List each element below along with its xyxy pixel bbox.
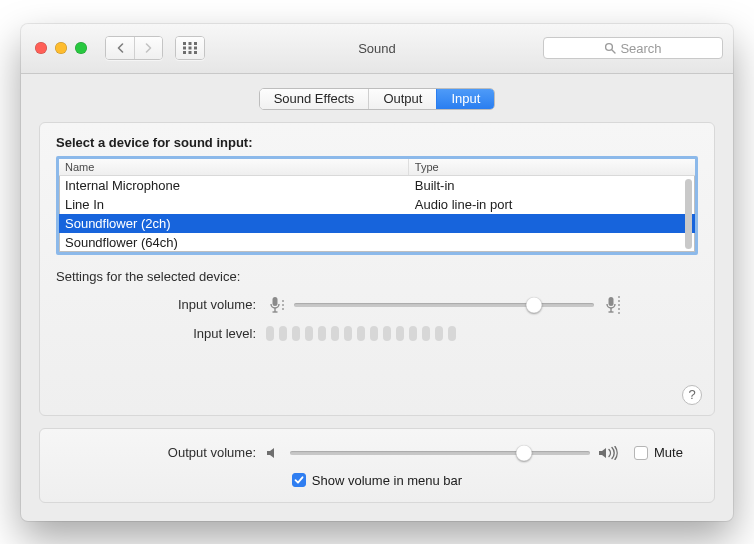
output-volume-slider[interactable] bbox=[290, 443, 590, 463]
speaker-high-icon bbox=[598, 446, 620, 460]
input-volume-slider[interactable] bbox=[294, 295, 594, 315]
input-volume-label: Input volume: bbox=[56, 297, 266, 312]
device-name: Soundflower (2ch) bbox=[59, 214, 409, 233]
device-list-heading: Select a device for sound input: bbox=[56, 135, 698, 150]
output-panel: Output volume: Mute bbox=[39, 428, 715, 503]
level-segment bbox=[370, 326, 378, 341]
svg-rect-8 bbox=[194, 51, 197, 54]
search-placeholder: Search bbox=[620, 41, 661, 56]
svg-rect-2 bbox=[194, 42, 197, 45]
device-type: Built-in bbox=[409, 176, 695, 195]
tab-output[interactable]: Output bbox=[368, 89, 436, 109]
mic-low-icon bbox=[266, 294, 286, 316]
settings-heading: Settings for the selected device: bbox=[56, 269, 698, 284]
forward-button[interactable] bbox=[134, 37, 162, 59]
svg-rect-3 bbox=[183, 47, 186, 50]
svg-rect-11 bbox=[272, 297, 277, 306]
output-volume-row: Output volume: Mute bbox=[56, 443, 698, 463]
content-area: Sound EffectsOutputInput Select a device… bbox=[21, 74, 733, 521]
svg-rect-4 bbox=[189, 47, 192, 50]
level-segment bbox=[266, 326, 274, 341]
input-level-meter bbox=[266, 326, 456, 341]
svg-rect-0 bbox=[183, 42, 186, 45]
column-header-type[interactable]: Type bbox=[409, 159, 695, 175]
output-volume-label: Output volume: bbox=[56, 445, 266, 460]
device-list-header: Name Type bbox=[59, 159, 695, 176]
device-row[interactable]: Line InAudio line-in port bbox=[59, 195, 695, 214]
device-type bbox=[409, 233, 695, 252]
chevron-left-icon bbox=[116, 43, 125, 53]
level-segment bbox=[318, 326, 326, 341]
slider-thumb[interactable] bbox=[526, 297, 542, 313]
device-name: Internal Microphone bbox=[59, 176, 409, 195]
help-button[interactable]: ? bbox=[682, 385, 702, 405]
zoom-window-button[interactable] bbox=[75, 42, 87, 54]
tabs: Sound EffectsOutputInput bbox=[259, 88, 496, 110]
level-segment bbox=[409, 326, 417, 341]
level-segment bbox=[357, 326, 365, 341]
search-field[interactable]: Search bbox=[543, 37, 723, 59]
back-button[interactable] bbox=[106, 37, 134, 59]
svg-rect-1 bbox=[189, 42, 192, 45]
speaker-low-icon bbox=[266, 446, 282, 460]
level-segment bbox=[292, 326, 300, 341]
slider-track bbox=[294, 303, 594, 307]
device-rows: Internal MicrophoneBuilt-inLine InAudio … bbox=[59, 176, 695, 252]
checkbox-icon bbox=[634, 446, 648, 460]
show-all-button-group bbox=[175, 36, 205, 60]
svg-point-9 bbox=[606, 44, 613, 51]
show-in-menubar-row: Show volume in menu bar bbox=[56, 473, 698, 488]
device-name: Soundflower (64ch) bbox=[59, 233, 409, 252]
search-icon bbox=[604, 42, 616, 54]
nav-back-forward bbox=[105, 36, 163, 60]
device-row[interactable]: Soundflower (2ch) bbox=[59, 214, 695, 233]
svg-line-10 bbox=[612, 50, 615, 53]
check-icon bbox=[294, 475, 304, 485]
slider-thumb[interactable] bbox=[516, 445, 532, 461]
device-row[interactable]: Soundflower (64ch) bbox=[59, 233, 695, 252]
mic-high-icon bbox=[602, 294, 622, 316]
svg-rect-7 bbox=[189, 51, 192, 54]
level-segment bbox=[448, 326, 456, 341]
preferences-window: Sound Search Sound EffectsOutputInput Se… bbox=[21, 24, 733, 521]
checkbox-icon bbox=[292, 473, 306, 487]
close-window-button[interactable] bbox=[35, 42, 47, 54]
slider-track bbox=[290, 451, 590, 455]
level-segment bbox=[396, 326, 404, 341]
level-segment bbox=[305, 326, 313, 341]
help-icon: ? bbox=[688, 387, 695, 402]
window-controls bbox=[35, 42, 87, 54]
minimize-window-button[interactable] bbox=[55, 42, 67, 54]
show-in-menubar-checkbox[interactable]: Show volume in menu bar bbox=[292, 473, 462, 488]
grid-icon bbox=[183, 42, 197, 54]
level-segment bbox=[331, 326, 339, 341]
scrollbar-thumb[interactable] bbox=[685, 179, 692, 249]
input-level-row: Input level: bbox=[56, 326, 698, 341]
chevron-right-icon bbox=[144, 43, 153, 53]
tab-sound-effects[interactable]: Sound Effects bbox=[260, 89, 369, 109]
device-type: Audio line-in port bbox=[409, 195, 695, 214]
level-segment bbox=[435, 326, 443, 341]
input-level-label: Input level: bbox=[56, 326, 266, 341]
svg-rect-14 bbox=[608, 297, 613, 306]
level-segment bbox=[383, 326, 391, 341]
device-type bbox=[409, 214, 695, 233]
input-volume-row: Input volume: bbox=[56, 294, 698, 316]
svg-rect-5 bbox=[194, 47, 197, 50]
show-all-button[interactable] bbox=[176, 37, 204, 59]
input-panel: Select a device for sound input: Name Ty… bbox=[39, 122, 715, 416]
level-segment bbox=[422, 326, 430, 341]
window-toolbar: Sound Search bbox=[21, 24, 733, 74]
mute-checkbox[interactable]: Mute bbox=[634, 445, 683, 460]
tab-input[interactable]: Input bbox=[436, 89, 494, 109]
device-row[interactable]: Internal MicrophoneBuilt-in bbox=[59, 176, 695, 195]
mute-label: Mute bbox=[654, 445, 683, 460]
svg-rect-6 bbox=[183, 51, 186, 54]
show-in-menubar-label: Show volume in menu bar bbox=[312, 473, 462, 488]
column-header-name[interactable]: Name bbox=[59, 159, 409, 175]
device-name: Line In bbox=[59, 195, 409, 214]
level-segment bbox=[279, 326, 287, 341]
device-listbox[interactable]: Name Type Internal MicrophoneBuilt-inLin… bbox=[56, 156, 698, 255]
level-segment bbox=[344, 326, 352, 341]
